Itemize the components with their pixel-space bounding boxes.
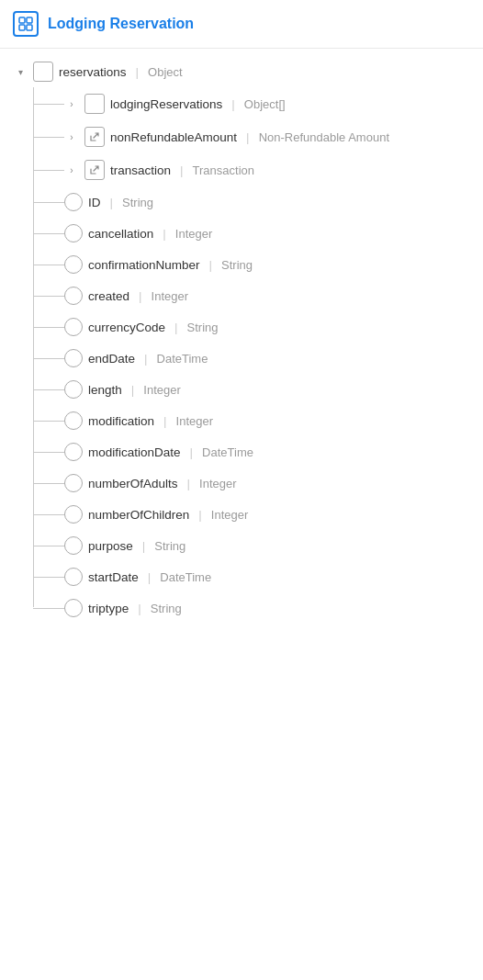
circle-currencyCode bbox=[64, 318, 83, 336]
circle-modificationDate bbox=[64, 443, 83, 461]
circle-endDate bbox=[64, 349, 83, 367]
chevron-transaction[interactable]: › bbox=[64, 163, 79, 177]
label-created: created bbox=[88, 289, 129, 303]
circle-confirmationNumber bbox=[64, 255, 83, 274]
circle-purpose bbox=[64, 536, 83, 555]
node-currencyCode: currencyCode | String bbox=[64, 311, 483, 343]
svg-rect-2 bbox=[19, 25, 25, 30]
type-modification: Integer bbox=[176, 414, 213, 428]
tree-container: ▾ reservations | Object › lodgingReserva… bbox=[0, 49, 483, 631]
svg-rect-0 bbox=[19, 17, 25, 23]
circle-cancellation bbox=[64, 224, 83, 242]
label-endDate: endDate bbox=[88, 352, 135, 366]
circle-startDate bbox=[64, 568, 83, 586]
circle-triptype bbox=[64, 599, 83, 617]
circle-modification bbox=[64, 411, 83, 430]
root-node-box bbox=[33, 62, 53, 82]
chevron-nonRefundableAmount[interactable]: › bbox=[64, 130, 79, 144]
node-nonRefundableAmount: › nonRefundableAmount | Non-Refundable A… bbox=[64, 120, 483, 153]
chevron-lodgingReservations[interactable]: › bbox=[64, 96, 79, 111]
label-triptype: triptype bbox=[88, 602, 129, 615]
box-lodgingReservations bbox=[84, 94, 105, 114]
circle-ID bbox=[64, 193, 83, 211]
root-chevron[interactable]: ▾ bbox=[13, 64, 28, 79]
node-transaction: › transaction | Transaction bbox=[64, 153, 483, 186]
type-triptype: String bbox=[151, 602, 182, 615]
type-modificationDate: DateTime bbox=[202, 445, 253, 459]
type-cancellation: Integer bbox=[175, 227, 212, 241]
type-endDate: DateTime bbox=[157, 352, 208, 366]
node-confirmationNumber: confirmationNumber | String bbox=[64, 249, 483, 280]
label-modificationDate: modificationDate bbox=[88, 445, 181, 459]
type-confirmationNumber: String bbox=[221, 258, 253, 272]
node-startDate: startDate | DateTime bbox=[64, 561, 483, 592]
node-ID: ID | String bbox=[64, 186, 483, 218]
type-numberOfAdults: Integer bbox=[199, 477, 236, 490]
label-ID: ID bbox=[88, 196, 101, 209]
node-purpose: purpose | String bbox=[64, 530, 483, 561]
type-length: Integer bbox=[143, 383, 180, 397]
label-transaction: transaction bbox=[110, 163, 171, 177]
svg-rect-1 bbox=[27, 17, 32, 23]
node-endDate: endDate | DateTime bbox=[64, 343, 483, 374]
node-triptype: triptype | String bbox=[64, 592, 483, 624]
label-startDate: startDate bbox=[88, 570, 139, 584]
circle-numberOfAdults bbox=[64, 474, 83, 492]
node-created: created | Integer bbox=[64, 280, 483, 311]
root-type: Object bbox=[148, 65, 183, 79]
label-numberOfAdults: numberOfAdults bbox=[88, 477, 178, 490]
label-cancellation: cancellation bbox=[88, 227, 153, 241]
schema-icon bbox=[13, 11, 39, 37]
label-modification: modification bbox=[88, 414, 154, 428]
type-currencyCode: String bbox=[187, 321, 219, 334]
label-lodgingReservations: lodgingReservations bbox=[110, 97, 222, 111]
circle-created bbox=[64, 287, 83, 305]
node-numberOfChildren: numberOfChildren | Integer bbox=[64, 499, 483, 530]
type-purpose: String bbox=[154, 539, 185, 553]
box-transaction bbox=[84, 160, 105, 180]
root-row: ▾ reservations | Object bbox=[13, 56, 483, 87]
type-lodgingReservations: Object[] bbox=[244, 97, 286, 111]
node-cancellation: cancellation | Integer bbox=[64, 218, 483, 249]
node-modification: modification | Integer bbox=[64, 405, 483, 436]
node-modificationDate: modificationDate | DateTime bbox=[64, 436, 483, 467]
label-purpose: purpose bbox=[88, 539, 133, 553]
type-nonRefundableAmount: Non-Refundable Amount bbox=[259, 130, 389, 144]
type-numberOfChildren: Integer bbox=[211, 508, 248, 522]
type-transaction: Transaction bbox=[193, 163, 254, 177]
circle-numberOfChildren bbox=[64, 505, 83, 524]
type-ID: String bbox=[122, 196, 153, 209]
node-length: length | Integer bbox=[64, 374, 483, 405]
type-created: Integer bbox=[152, 289, 188, 303]
label-length: length bbox=[88, 383, 122, 397]
level1-children: › lodgingReservations | Object[] › nonRe… bbox=[13, 87, 483, 624]
page-title: Lodging Reservation bbox=[48, 16, 194, 32]
box-nonRefundableAmount bbox=[84, 127, 105, 147]
node-numberOfAdults: numberOfAdults | Integer bbox=[64, 467, 483, 499]
svg-rect-3 bbox=[27, 25, 32, 30]
label-confirmationNumber: confirmationNumber bbox=[88, 258, 200, 272]
header: Lodging Reservation bbox=[0, 0, 483, 49]
type-startDate: DateTime bbox=[160, 570, 211, 584]
node-lodgingReservations: › lodgingReservations | Object[] bbox=[64, 87, 483, 120]
label-numberOfChildren: numberOfChildren bbox=[88, 508, 189, 522]
label-currencyCode: currencyCode bbox=[88, 321, 165, 334]
circle-length bbox=[64, 380, 83, 399]
root-node: ▾ reservations | Object › lodgingReserva… bbox=[13, 56, 483, 624]
root-name: reservations bbox=[59, 65, 127, 79]
label-nonRefundableAmount: nonRefundableAmount bbox=[110, 130, 237, 144]
